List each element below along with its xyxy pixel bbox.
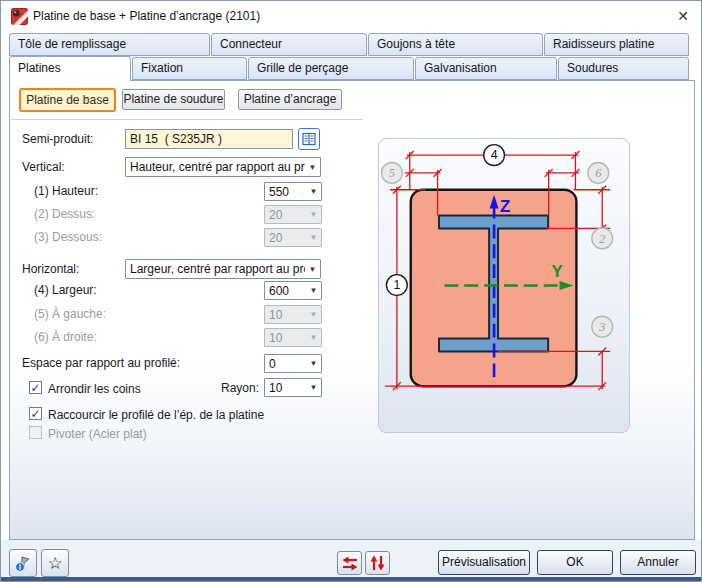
gauche-select: 10 ▼ [264,305,322,324]
swap-horizontal-button[interactable] [337,551,362,575]
tab-galvanisation[interactable]: Galvanisation [415,57,557,80]
dessus-label: (2) Dessus: [34,205,95,224]
plate-tab-platine-d-ancrage[interactable]: Platine d’ancrage [238,89,342,110]
chevron-down-icon: ▼ [305,163,320,172]
tab-raidisseurs-platine[interactable]: Raidisseurs platine [544,33,689,56]
callout-5: 5 [381,162,402,183]
espace-label: Espace par rapport au profilé: [22,354,180,373]
ok-button[interactable]: OK [537,550,613,575]
part-info-icon [14,554,32,572]
svg-text:4: 4 [491,149,498,163]
tab-connecteur[interactable]: Connecteur [211,33,367,56]
svg-text:2: 2 [599,232,605,246]
arrondir-checkbox[interactable]: ✓ [29,381,42,394]
chevron-down-icon: ▼ [306,233,321,242]
tab-grille-de-percage[interactable]: Grille de perçage [248,57,414,80]
plate-tab-platine-de-base[interactable]: Platine de base [19,88,116,112]
check-icon: ✓ [30,409,40,419]
swap-vertical-icon [370,555,385,571]
rayon-select[interactable]: 10 ▼ [264,378,322,397]
check-icon: ✓ [30,383,40,393]
callout-3: 3 [592,316,613,337]
separator [11,119,363,120]
callout-2: 2 [592,228,613,249]
droite-label: (6) À droite: [34,328,97,347]
window-bottom-edge [1,577,701,581]
largeur-select[interactable]: 600 ▼ [264,281,322,300]
preview-button[interactable]: Prévisualisation [438,550,530,575]
tab-platines[interactable]: Platines [9,56,131,81]
droite-select: 10 ▼ [264,328,322,347]
chevron-down-icon: ▼ [306,383,321,392]
component-dialog: Platine de base + Platine d’ancrage (210… [0,0,702,582]
preview-diagram: Z Y 4 5 6 1 [379,139,629,432]
chevron-down-icon: ▼ [305,265,320,274]
vertical-select[interactable]: Hauteur, centré par rapport au pr ▼ [125,157,321,177]
semi-produit-label: Semi-produit: [22,130,93,149]
horizontal-select[interactable]: Largeur, centré par rapport au pro ▼ [125,259,321,279]
raccourcir-checkbox[interactable]: ✓ [29,407,42,420]
profile-catalog-button[interactable] [298,128,320,150]
close-icon[interactable]: ✕ [669,3,697,29]
tab-soudures[interactable]: Soudures [558,57,689,80]
espace-select[interactable]: 0 ▼ [264,354,322,373]
chevron-down-icon: ▼ [306,333,321,342]
chevron-down-icon: ▼ [306,286,321,295]
favorites-button[interactable]: ☆ [41,549,69,577]
catalog-icon [302,132,316,146]
title-bar: Platine de base + Platine d’ancrage (210… [1,1,701,31]
tab-goujons-a-tete[interactable]: Goujons à tête [368,33,543,56]
preview-panel: Z Y 4 5 6 1 [378,138,630,433]
arrondir-label: Arrondir les coins [48,380,141,399]
swap-horizontal-icon [342,556,358,571]
cancel-button[interactable]: Annuler [620,550,696,575]
largeur-label: (4) Largeur: [34,281,97,300]
part-info-button[interactable] [9,549,37,577]
chevron-down-icon: ▼ [306,310,321,319]
y-axis-label: Y [552,262,563,281]
dessus-select: 20 ▼ [264,205,322,224]
pivoter-checkbox [29,426,42,439]
vertical-label: Vertical: [22,158,65,177]
component-icon [11,8,28,25]
raccourcir-label: Raccourcir le profilé de l’ép. de la pla… [48,406,264,425]
svg-text:3: 3 [598,320,605,334]
hauteur-label: (1) Hauteur: [34,182,98,201]
gauche-label: (5) À gauche: [34,305,106,324]
chevron-down-icon: ▼ [306,359,321,368]
chevron-down-icon: ▼ [306,210,321,219]
star-icon: ☆ [47,553,62,574]
plate-tab-platine-de-soudure[interactable]: Platine de soudure [122,89,225,110]
callout-1: 1 [386,275,407,296]
swap-vertical-button[interactable] [365,551,390,575]
horizontal-label: Horizontal: [22,260,79,279]
tab-tole-de-remplissage[interactable]: Tôle de remplissage [9,33,210,56]
dessous-select: 20 ▼ [264,228,322,247]
rayon-label: Rayon: [186,379,259,398]
hauteur-select[interactable]: 550 ▼ [264,182,322,201]
semi-produit-input[interactable] [125,129,293,149]
svg-text:6: 6 [595,166,602,180]
pivoter-label: Pivoter (Acier plat) [48,425,147,444]
tab-fixation[interactable]: Fixation [132,57,247,80]
callout-4: 4 [484,145,505,166]
dessous-label: (3) Dessous: [34,228,102,247]
svg-text:5: 5 [389,166,395,180]
callout-6: 6 [588,162,609,183]
z-axis-label: Z [500,197,510,216]
chevron-down-icon: ▼ [306,187,321,196]
window-title: Platine de base + Platine d’ancrage (210… [33,1,260,31]
svg-text:1: 1 [393,278,400,292]
